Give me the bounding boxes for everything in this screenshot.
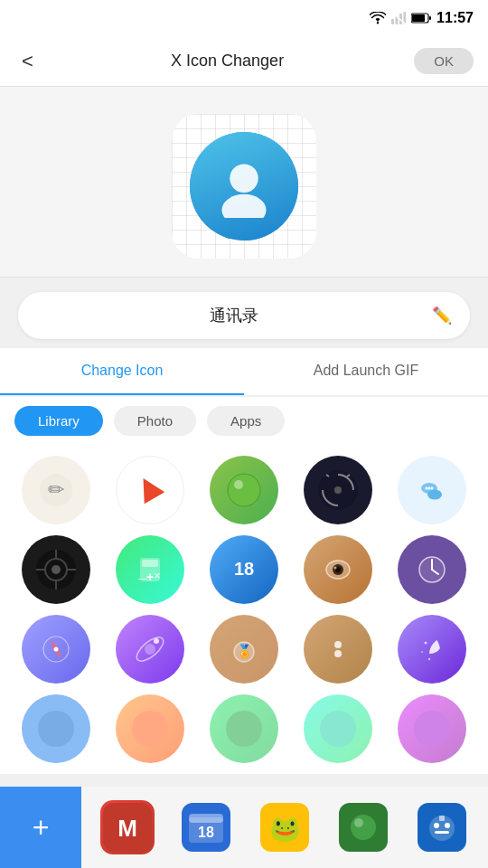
svg-rect-78: [189, 814, 223, 823]
signal-icon: [391, 12, 406, 24]
status-bar: 11:57: [0, 0, 488, 36]
icon-dots[interactable]: [304, 615, 372, 684]
svg-point-58: [154, 638, 159, 644]
recent-icons-row: M 18 🐸: [81, 793, 488, 862]
svg-rect-7: [429, 16, 431, 20]
app-name-row: 通讯录 ✏️: [18, 292, 470, 339]
back-button[interactable]: <: [14, 42, 41, 80]
svg-point-69: [38, 711, 74, 747]
subtab-photo[interactable]: Photo: [114, 406, 196, 436]
add-icon: +: [33, 813, 50, 842]
tab-add-launch-gif[interactable]: Add Launch GIF: [244, 348, 488, 395]
svg-point-25: [428, 487, 431, 490]
recent-icon-calendar[interactable]: 18: [179, 800, 233, 854]
wifi-icon: [370, 12, 386, 24]
svg-point-54: [54, 647, 59, 652]
recent-icon-green[interactable]: [336, 800, 390, 854]
svg-text:—: —: [138, 573, 147, 583]
icon-chat-bubbles[interactable]: [398, 456, 466, 524]
app-name-text: 通讯录: [36, 305, 432, 326]
icon-partial-1[interactable]: [22, 694, 90, 763]
icon-partial-3[interactable]: [210, 694, 278, 763]
page-title: X Icon Changer: [171, 52, 284, 71]
icon-partial-5[interactable]: [398, 694, 466, 763]
svg-rect-90: [439, 816, 445, 821]
bottom-bar: + M 18 🐸: [0, 787, 488, 868]
edit-name-button[interactable]: ✏️: [432, 306, 452, 326]
svg-text:✏: ✏: [48, 478, 65, 501]
icon-preview-wrapper: [172, 114, 316, 259]
svg-point-66: [425, 642, 427, 645]
svg-point-71: [226, 711, 262, 747]
icon-night[interactable]: [398, 615, 466, 684]
icon-green-ball[interactable]: [210, 456, 278, 524]
app-header: < X Icon Changer OK: [0, 36, 488, 87]
icon-pencil[interactable]: ✏: [22, 456, 90, 524]
tab-change-icon[interactable]: Change Icon: [0, 348, 244, 395]
svg-point-67: [421, 651, 423, 653]
sub-tabs-row: Library Photo Apps: [0, 397, 488, 445]
svg-text:18: 18: [198, 825, 214, 840]
svg-point-46: [334, 567, 337, 570]
recent-icon-bot[interactable]: [415, 800, 469, 854]
recent-icon-m[interactable]: M: [100, 800, 155, 854]
subtab-library[interactable]: Library: [14, 406, 103, 436]
icon-ctheme[interactable]: [22, 535, 90, 604]
icon-arrow[interactable]: [116, 456, 184, 524]
svg-point-15: [234, 480, 243, 489]
svg-point-87: [434, 823, 439, 828]
subtab-apps[interactable]: Apps: [207, 406, 285, 436]
icon-orbit[interactable]: [116, 615, 184, 684]
svg-text:+: +: [146, 570, 154, 584]
svg-point-63: [334, 641, 342, 648]
svg-point-24: [426, 487, 428, 490]
svg-rect-6: [412, 14, 425, 22]
icon-partial-4[interactable]: [304, 694, 372, 763]
svg-rect-89: [435, 831, 449, 834]
svg-point-88: [445, 823, 450, 828]
icon-grid: ✏: [0, 445, 488, 774]
icon-purple-clock[interactable]: [398, 535, 466, 604]
svg-text:18: 18: [234, 559, 254, 579]
icon-preview-area: [0, 87, 488, 278]
svg-point-70: [132, 711, 168, 747]
ok-button[interactable]: OK: [414, 48, 474, 74]
svg-point-29: [52, 565, 61, 574]
svg-point-68: [428, 658, 430, 660]
contact-avatar-icon: [190, 132, 298, 241]
svg-text:🏅: 🏅: [237, 644, 253, 659]
svg-point-9: [222, 194, 267, 218]
battery-icon: [411, 13, 431, 24]
svg-point-72: [320, 711, 356, 747]
status-icons: 11:57: [370, 10, 474, 26]
svg-point-84: [354, 818, 363, 827]
svg-point-8: [230, 165, 258, 193]
icon-compass[interactable]: [22, 615, 90, 684]
icon-partial-2[interactable]: [116, 694, 184, 763]
add-button[interactable]: +: [0, 787, 81, 868]
svg-point-64: [334, 650, 342, 657]
svg-point-23: [427, 490, 442, 500]
preview-icon: [190, 132, 298, 241]
icon-18[interactable]: 18: [210, 535, 278, 604]
icon-medal[interactable]: 🏅: [210, 615, 278, 684]
icon-eye[interactable]: [304, 535, 372, 604]
svg-text:M: M: [118, 815, 138, 842]
svg-text:×: ×: [154, 570, 160, 582]
svg-point-18: [334, 486, 342, 494]
svg-point-83: [351, 815, 376, 840]
svg-text:🐸: 🐸: [268, 814, 300, 844]
svg-point-73: [414, 711, 450, 747]
svg-point-62: [318, 629, 358, 669]
icon-calculator[interactable]: + — ×: [116, 535, 184, 604]
svg-rect-0: [391, 19, 394, 24]
icon-dark-film[interactable]: [304, 456, 372, 524]
svg-rect-36: [142, 560, 158, 567]
main-tabs: Change Icon Add Launch GIF: [0, 348, 488, 397]
recent-icon-chat[interactable]: 🐸: [258, 800, 312, 854]
status-time: 11:57: [436, 10, 474, 26]
svg-point-57: [145, 644, 155, 655]
svg-point-26: [431, 487, 434, 490]
